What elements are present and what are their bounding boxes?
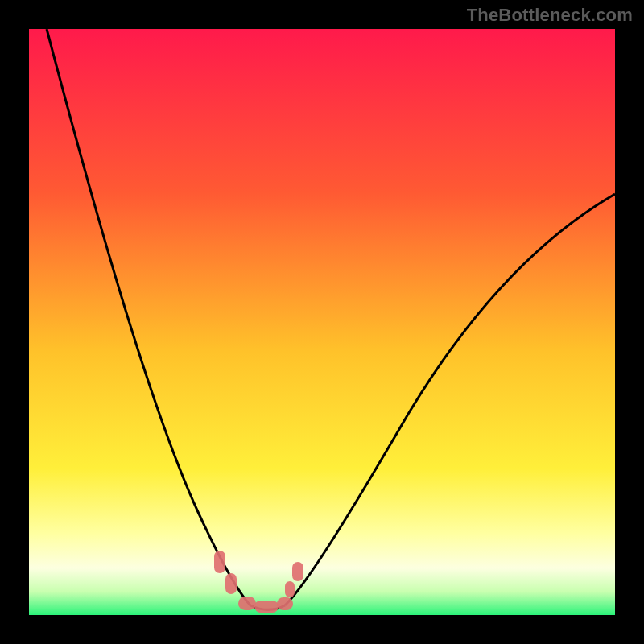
marker-floor-right [277,597,293,610]
marker-left-upper [214,551,225,573]
curve-right-branch [285,194,615,605]
marker-left-lower [225,573,237,594]
outer-frame: TheBottleneck.com [0,0,644,644]
watermark-text: TheBottleneck.com [467,5,633,26]
marker-right-upper [292,562,303,581]
bottleneck-curve [29,29,615,615]
curve-left-branch [47,29,250,605]
plot-area [29,29,615,615]
marker-right-lower [285,581,295,597]
marker-floor-mid [254,601,279,613]
marker-floor-left [238,597,256,610]
